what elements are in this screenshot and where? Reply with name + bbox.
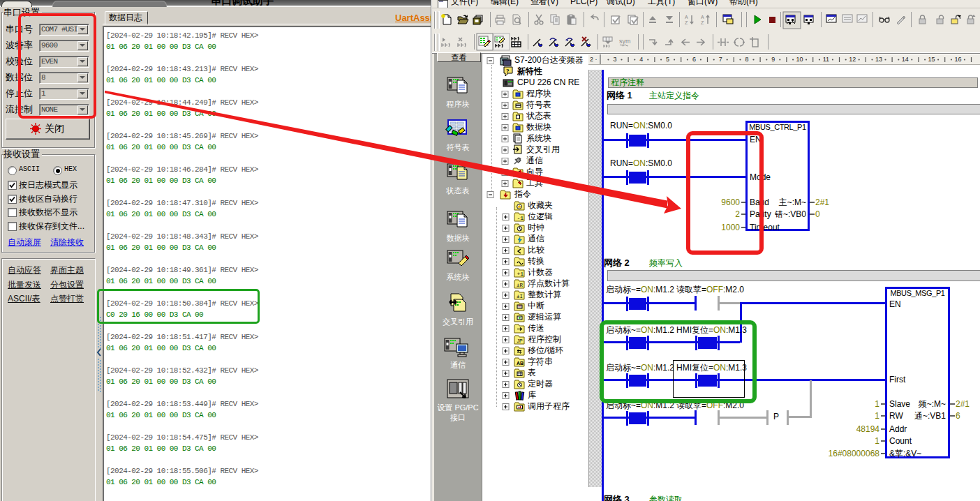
svg-text:11: 11	[823, 56, 829, 63]
svg-text:7: 7	[719, 56, 722, 63]
svg-text:3: 3	[613, 56, 616, 63]
svg-text:10: 10	[796, 56, 803, 63]
svg-text:9: 9	[771, 56, 775, 63]
svg-text:A: A	[701, 15, 704, 20]
svg-text:JP: JP	[517, 338, 524, 343]
svg-text:13: 13	[875, 56, 882, 63]
svg-text:6: 6	[692, 56, 696, 63]
svg-text:?: ?	[506, 68, 510, 75]
svg-text:Z: Z	[685, 20, 688, 25]
svg-text:15: 15	[928, 56, 935, 63]
svg-text:4: 4	[639, 56, 643, 63]
svg-text:8: 8	[745, 56, 748, 63]
svg-text:14: 14	[902, 56, 909, 63]
svg-text:±I: ±I	[517, 294, 523, 299]
svg-text:+1: +1	[517, 271, 524, 277]
svg-text:AB: AB	[517, 361, 524, 366]
svg-text:-1: -1	[517, 215, 524, 221]
svg-text:16: 16	[954, 56, 961, 63]
svg-text:12: 12	[849, 56, 856, 63]
svg-text:Z: Z	[701, 20, 704, 25]
svg-text:5: 5	[666, 56, 669, 63]
svg-text:±R: ±R	[517, 283, 524, 288]
svg-text:A: A	[685, 15, 688, 20]
svg-text:sym: sym	[619, 38, 631, 45]
